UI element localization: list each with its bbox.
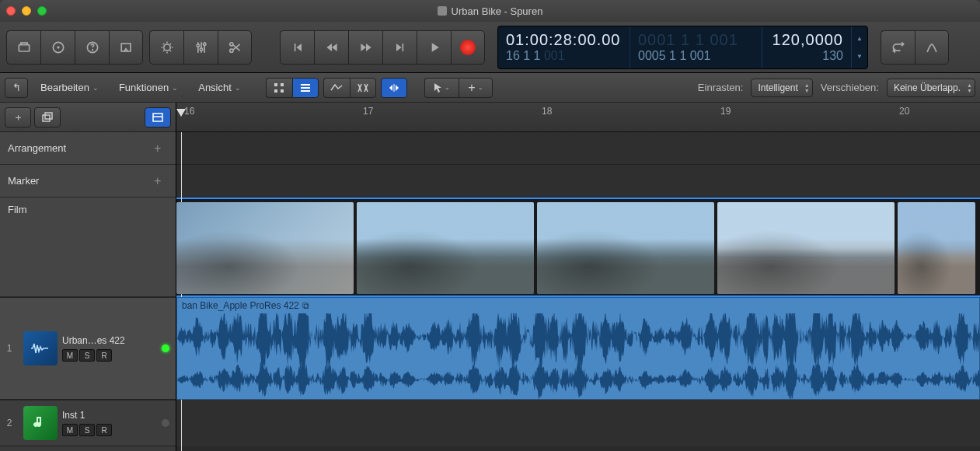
ruler-tick: 17	[363, 106, 373, 117]
film-lane[interactable]	[176, 198, 980, 297]
track-header-area: ＋ Arrangement + Marker + Film 1 Urban…es…	[0, 103, 176, 451]
track-number: 1	[0, 343, 19, 354]
rewind-button[interactable]	[314, 30, 348, 65]
video-thumbnail	[717, 202, 895, 294]
track-name[interactable]: Inst 1	[62, 410, 155, 421]
video-thumbnail	[898, 202, 975, 294]
lcd-bars-suffix: 001	[544, 49, 565, 62]
drag-select[interactable]: Keine Überlapp. ▲▼	[887, 79, 975, 97]
go-to-end-button[interactable]	[382, 30, 417, 65]
automation-button[interactable]	[323, 78, 350, 98]
zoom-window[interactable]	[37, 6, 47, 16]
secondary-tool[interactable]: +⌄	[459, 78, 493, 98]
film-lane-header[interactable]: Film	[0, 198, 176, 297]
inspector-button[interactable]	[40, 30, 75, 65]
svg-rect-15	[281, 89, 284, 93]
svg-rect-5	[121, 44, 131, 51]
window-title: Urban Bike - Spuren	[0, 5, 980, 17]
add-track-button[interactable]: ＋	[5, 107, 31, 128]
snap-select[interactable]: Intelligent ▲▼	[751, 79, 812, 97]
video-thumbnail	[357, 202, 534, 294]
audio-region[interactable]: ban Bike_Apple ProRes 422 ⧉	[176, 297, 980, 400]
catch-playhead-button[interactable]	[381, 78, 407, 98]
lcd-locator-top[interactable]: 0001 1 1 001	[638, 31, 738, 49]
svg-rect-22	[153, 114, 162, 121]
marker-label: Marker	[8, 175, 39, 187]
film-label: Film	[8, 204, 27, 215]
mute-button[interactable]: M	[62, 349, 78, 362]
playhead-icon[interactable]	[176, 109, 186, 118]
scissors-button[interactable]	[218, 30, 252, 65]
video-thumbnail	[176, 202, 354, 294]
view-menu[interactable]: Ansicht⌄	[190, 79, 249, 96]
project-icon	[438, 6, 447, 16]
lcd-timesig[interactable]: 130	[822, 49, 843, 63]
add-arrangement-icon[interactable]: +	[154, 142, 168, 156]
snap-label: Einrasten:	[695, 82, 747, 93]
global-tracks-button[interactable]	[145, 107, 171, 128]
track-2-lane[interactable]	[176, 400, 980, 446]
svg-rect-18	[301, 90, 310, 92]
solo-button[interactable]: S	[79, 349, 95, 362]
ruler-tick: 18	[542, 106, 552, 117]
ruler-tick: 16	[184, 106, 194, 117]
arrangement-lane[interactable]	[176, 132, 980, 165]
record-enable-button[interactable]: R	[96, 424, 112, 436]
svg-point-9	[203, 43, 205, 45]
marker-lane[interactable]	[176, 165, 980, 198]
smart-controls-button[interactable]	[149, 30, 183, 65]
go-to-start-button[interactable]	[280, 30, 314, 65]
pointer-tool[interactable]: ⌄	[424, 78, 459, 98]
back-arrow-button[interactable]: ↰	[5, 78, 28, 98]
track-header-1[interactable]: 1 Urban…es 422 M S R	[0, 297, 176, 400]
svg-point-6	[163, 44, 169, 50]
arrange-area[interactable]: 16 17 18 19 20 ban Bike_Apple ProRes 422…	[176, 103, 980, 451]
timeline-ruler[interactable]: 16 17 18 19 20	[176, 103, 980, 132]
track-header-2[interactable]: 2 Inst 1 M S R	[0, 400, 176, 446]
track-active-indicator	[162, 419, 169, 427]
duplicate-track-button[interactable]	[34, 107, 61, 128]
forward-button[interactable]	[348, 30, 382, 65]
grid-view-button[interactable]	[266, 78, 292, 98]
functions-menu[interactable]: Funktionen⌄	[111, 79, 186, 96]
mixer-button[interactable]	[183, 30, 218, 65]
track-name[interactable]: Urban…es 422	[62, 335, 155, 346]
cycle-button[interactable]	[881, 30, 915, 65]
drag-label: Verschieben:	[818, 82, 882, 93]
lcd-menu[interactable]: ▲▼	[852, 26, 867, 68]
video-thumbnail	[537, 202, 714, 294]
list-view-button[interactable]	[292, 78, 319, 98]
instrument-track-icon	[23, 406, 58, 440]
svg-point-7	[197, 44, 199, 46]
mute-button[interactable]: M	[62, 424, 78, 436]
lcd-locator-bot[interactable]: 0005 1 1 001	[638, 49, 710, 63]
lcd-timecode[interactable]: 01:00:28:00.00	[506, 31, 620, 49]
add-marker-icon[interactable]: +	[154, 174, 168, 188]
lcd-tempo[interactable]: 120,0000	[772, 31, 843, 49]
svg-rect-20	[43, 115, 50, 121]
arrangement-lane-header[interactable]: Arrangement +	[0, 132, 176, 165]
ruler-tick: 19	[720, 106, 731, 117]
record-button[interactable]	[451, 30, 485, 65]
arrangement-label: Arrangement	[8, 142, 66, 154]
marker-lane-header[interactable]: Marker +	[0, 165, 176, 198]
solo-button[interactable]: S	[79, 424, 95, 436]
region-name: ban Bike_Apple ProRes 422	[182, 300, 299, 311]
lcd-bars[interactable]: 16 1 1	[506, 49, 540, 62]
tuner-button[interactable]	[915, 30, 949, 65]
flex-button[interactable]	[350, 78, 376, 98]
svg-rect-12	[274, 83, 277, 86]
play-button[interactable]	[417, 30, 451, 65]
tracks-toolbar: ↰ Bearbeiten⌄ Funktionen⌄ Ansicht⌄ ⌄ +⌄ …	[0, 73, 980, 103]
minimize-window[interactable]	[22, 6, 31, 16]
help-button[interactable]	[75, 30, 109, 65]
library-button[interactable]	[6, 30, 40, 65]
audio-track-icon	[23, 331, 58, 365]
region-link-icon: ⧉	[302, 300, 309, 311]
edit-menu[interactable]: Bearbeiten⌄	[33, 79, 106, 96]
svg-rect-14	[274, 89, 277, 93]
svg-rect-0	[19, 44, 29, 51]
record-enable-button[interactable]: R	[96, 349, 112, 362]
close-window[interactable]	[6, 6, 16, 16]
toolbar-toggle-button[interactable]	[109, 30, 143, 65]
